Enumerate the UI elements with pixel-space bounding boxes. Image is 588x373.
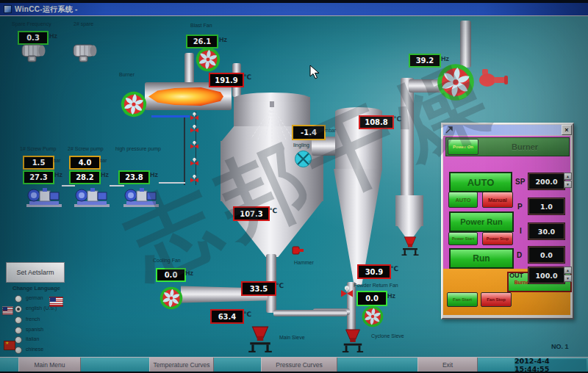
valve-icon	[190, 175, 199, 183]
pump2-pressure-unit: bar	[100, 158, 107, 163]
spare2-label: 2# spare	[74, 21, 93, 26]
mode-display: AUTO	[449, 172, 512, 192]
us-flag-icon	[49, 297, 63, 307]
pump1-pressure: 1.5	[23, 156, 54, 170]
blast-fan-freq-unit: Hz	[219, 36, 227, 43]
window-titlebar: WinCC-运行系统 -	[0, 3, 588, 16]
burner-fan-icon	[121, 91, 147, 117]
powder-return-fan-freq: 0.0	[356, 291, 387, 306]
valve-icon	[190, 141, 199, 149]
discharge-valve-icon	[338, 286, 356, 297]
p-value[interactable]: 1.0	[528, 198, 564, 214]
pump1-freq-unit: Hz	[54, 171, 62, 178]
language-option-german[interactable]: german	[26, 295, 43, 300]
main-sieve-icon	[247, 325, 273, 353]
motor-icon	[21, 43, 47, 63]
tower-base-temp: 33.5	[241, 281, 276, 296]
temperature-curves-button[interactable]: Temperature Curves	[149, 358, 214, 372]
scada-screen: WinCC-运行系统 -	[0, 0, 588, 373]
power-stop-button[interactable]: Power Stop	[482, 232, 513, 245]
discharge-temp-unit: ℃	[243, 311, 251, 318]
screw-pump-icon	[73, 186, 111, 208]
power-start-button[interactable]: Power Start	[448, 232, 478, 245]
pump2-freq-unit: Hz	[101, 171, 109, 178]
fines-bin	[395, 195, 423, 226]
radio-english[interactable]	[15, 305, 22, 313]
exhaust-stack	[460, 21, 471, 68]
powder-return-fan-icon	[362, 305, 384, 327]
language-option-spanish[interactable]: spanish	[26, 327, 43, 332]
p-label: P	[517, 203, 523, 211]
spinner-up-icon: ▲	[564, 267, 572, 274]
powder-return-fan-freq-unit: Hz	[387, 292, 395, 300]
close-icon[interactable]: ×	[562, 125, 572, 135]
language-option-italian[interactable]: italian	[26, 336, 39, 341]
main-menu-button[interactable]: Main Menu	[18, 358, 81, 372]
hammer-label: Hammer	[294, 260, 314, 265]
blast-fan-icon	[196, 47, 220, 72]
set-alarm-button[interactable]: Set Aetslarm	[6, 262, 65, 283]
red-pump-icon	[478, 68, 510, 90]
sieve-transfer-pipe	[273, 310, 347, 316]
pump3-freq: 23.8	[118, 170, 150, 184]
pump-discharge-line	[159, 182, 185, 184]
language-option-chinese[interactable]: chinese	[26, 347, 43, 352]
tower-base-temp-unit: ℃	[276, 282, 284, 289]
power-on-button[interactable]: Power On	[448, 139, 478, 155]
high-pressure-pump-icon	[122, 186, 160, 208]
valve-icon	[190, 112, 199, 120]
radio-french[interactable]	[15, 316, 22, 324]
panel-tool-icon	[445, 126, 453, 134]
mouse-cursor	[309, 65, 320, 79]
blast-fan-temp: 191.9	[209, 73, 244, 87]
tower-pressure-value: -1.4	[292, 125, 326, 140]
valve-icon	[190, 158, 199, 166]
fines-sieve-icon	[401, 235, 420, 257]
d-value[interactable]: 0.0	[528, 247, 564, 263]
change-language-title: Change Language	[12, 285, 60, 291]
burner-panel-titlebar	[443, 125, 569, 135]
sp-label: SP	[515, 178, 525, 186]
run-display: Run	[449, 248, 514, 269]
manual-button[interactable]: Manual	[482, 192, 513, 208]
hammer-icon	[291, 244, 304, 257]
spare-frequency-unit: Hz	[49, 32, 57, 40]
blast-fan-label: Blast Fan	[190, 23, 212, 28]
out-spinner[interactable]: ▲▼	[564, 267, 572, 283]
radio-german[interactable]	[15, 295, 22, 303]
language-option-french[interactable]: french	[26, 316, 40, 322]
pressure-curves-button[interactable]: Pressure Curves	[261, 358, 337, 372]
blast-fan-temp-unit: ℃	[243, 73, 251, 81]
us-flag-icon	[2, 306, 13, 315]
radio-italian[interactable]	[15, 336, 22, 344]
burner-panel-header: Power On Burner	[445, 137, 570, 156]
pump3-label: high pressure pump	[115, 146, 161, 151]
radio-spanish[interactable]	[15, 327, 22, 334]
cooling-fan-label: Cooling Fan	[153, 258, 181, 263]
exit-button[interactable]: Exit	[417, 358, 478, 372]
unit-number: NO. 1	[551, 343, 569, 350]
spray-nozzle-icon	[248, 101, 295, 144]
i-value[interactable]: 30.0	[528, 223, 564, 239]
pump2-label: 2# Screw pump	[68, 146, 104, 151]
burner-control-panel: × Power On Burner AUTO SP 200.0 ▲▼ AUTO …	[441, 123, 574, 319]
cyclone-sieve-icon	[341, 327, 365, 354]
pump1-label: 1# Screw Pump	[20, 146, 56, 151]
pump1-pressure-unit: bar	[54, 158, 60, 163]
screw-pump-icon	[25, 186, 63, 208]
tower-outlet-temp-unit: ℃	[269, 207, 277, 214]
powder-return-fan-label: Powder Return Fan	[354, 283, 398, 288]
datetime-display: 2012-4-4 15:44:55	[514, 359, 587, 371]
cooling-fan-freq: 0.0	[156, 268, 186, 282]
fan-stop-button[interactable]: Fan Stop	[481, 292, 512, 307]
radio-chinese[interactable]	[15, 347, 22, 354]
sp-value[interactable]: 200.0	[528, 173, 564, 189]
fan-start-button[interactable]: Fan Start	[447, 292, 478, 307]
auto-button[interactable]: AUTO	[448, 192, 478, 208]
exhaust-fan-icon	[437, 63, 475, 101]
pump2-freq: 28.2	[69, 170, 101, 184]
sp-spinner[interactable]: ▲▼	[564, 173, 572, 189]
out-value[interactable]: 100.0	[528, 267, 564, 283]
exhaust-fan-freq-unit: Hz	[441, 55, 449, 62]
burner-panel-body: Power On Burner AUTO SP 200.0 ▲▼ AUTO Ma…	[443, 136, 570, 269]
